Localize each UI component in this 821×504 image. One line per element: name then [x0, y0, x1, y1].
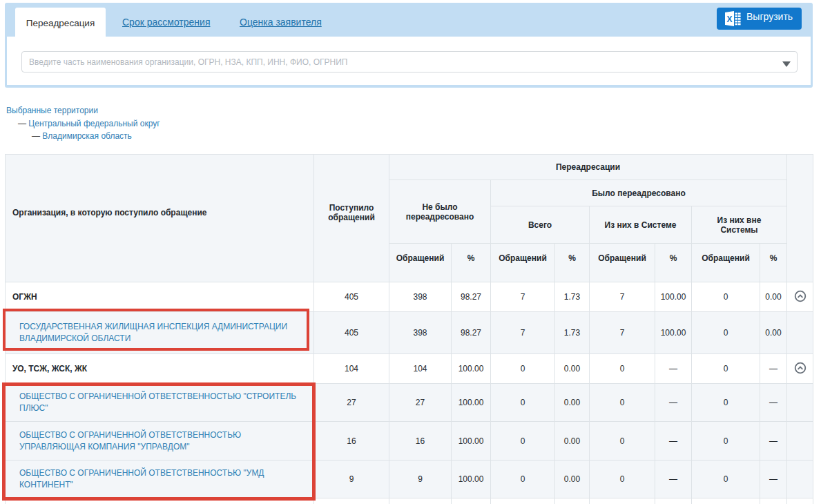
- svg-text:X: X: [726, 14, 732, 24]
